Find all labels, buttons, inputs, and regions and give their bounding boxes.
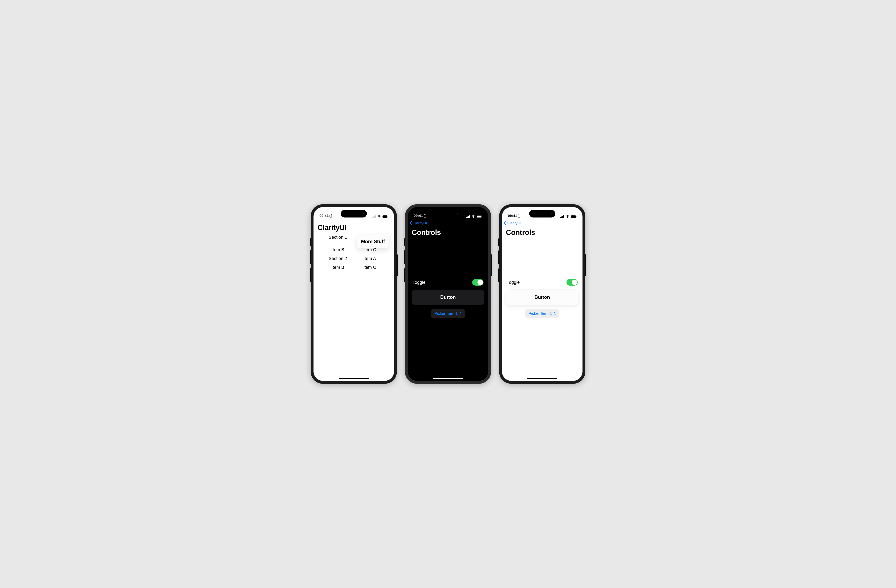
iphone-mock-3: 09:41 ClarityUI Controls Toggle B bbox=[499, 204, 585, 384]
screen-clarityui-home: 09:41 ClarityUI Section 1 Item B Item C … bbox=[314, 207, 394, 381]
status-time: 09:41 bbox=[320, 214, 329, 218]
picker-value: Picker Item 1 bbox=[434, 311, 458, 316]
svg-rect-1 bbox=[373, 216, 373, 218]
picker-menu[interactable]: Picker Item 1 bbox=[431, 309, 465, 318]
svg-rect-19 bbox=[571, 216, 576, 217]
list-item[interactable]: Item B bbox=[323, 265, 352, 270]
iphone-mock-1: 09:41 ClarityUI Section 1 Item B Item C … bbox=[311, 204, 397, 384]
primary-button[interactable]: Button bbox=[506, 290, 579, 305]
home-indicator[interactable] bbox=[527, 378, 557, 379]
svg-rect-8 bbox=[467, 216, 468, 218]
dynamic-island bbox=[435, 210, 461, 217]
list-item[interactable]: Section 2 bbox=[323, 256, 352, 261]
back-button[interactable]: ClarityUI bbox=[503, 221, 521, 225]
list-item[interactable]: Section 1 bbox=[323, 235, 352, 240]
lock-icon bbox=[424, 215, 426, 217]
toggle-switch[interactable] bbox=[472, 279, 483, 286]
svg-rect-5 bbox=[383, 216, 387, 217]
svg-rect-3 bbox=[375, 215, 375, 218]
chevron-up-down-icon bbox=[553, 312, 556, 315]
svg-rect-2 bbox=[374, 216, 375, 218]
chevron-up-down-icon bbox=[459, 312, 462, 315]
cellular-icon bbox=[372, 215, 376, 218]
iphone-mock-2: 09:41 ClarityUI Controls Toggle B bbox=[405, 204, 491, 384]
list-item[interactable]: Item B bbox=[323, 247, 352, 252]
toggle-switch[interactable] bbox=[567, 279, 578, 286]
cellular-icon bbox=[560, 215, 564, 218]
svg-rect-20 bbox=[576, 216, 576, 217]
button-label: Button bbox=[534, 295, 550, 300]
toggle-label: Toggle bbox=[507, 280, 520, 285]
svg-rect-16 bbox=[562, 216, 563, 218]
chevron-left-icon bbox=[503, 221, 506, 225]
dynamic-island bbox=[529, 210, 555, 217]
svg-rect-17 bbox=[563, 215, 564, 218]
home-indicator[interactable] bbox=[339, 378, 369, 379]
picker-menu[interactable]: Picker Item 1 bbox=[526, 309, 559, 318]
button-label: Button bbox=[440, 295, 456, 300]
home-indicator[interactable] bbox=[433, 378, 463, 379]
page-title: ClarityUI bbox=[314, 223, 394, 233]
cellular-icon bbox=[466, 215, 470, 218]
status-time: 09:41 bbox=[414, 214, 423, 218]
status-time: 09:41 bbox=[508, 214, 517, 218]
wifi-icon bbox=[566, 215, 570, 218]
svg-rect-0 bbox=[372, 217, 372, 218]
svg-rect-12 bbox=[477, 216, 481, 217]
back-label: ClarityUI bbox=[413, 221, 427, 225]
svg-rect-14 bbox=[560, 217, 561, 218]
page-title: Controls bbox=[408, 228, 488, 238]
page-title: Controls bbox=[502, 228, 582, 238]
battery-icon bbox=[571, 215, 576, 218]
wifi-icon bbox=[471, 215, 475, 218]
svg-rect-7 bbox=[466, 217, 467, 218]
svg-rect-10 bbox=[469, 215, 470, 218]
chevron-left-icon bbox=[409, 221, 412, 225]
toggle-label: Toggle bbox=[413, 280, 425, 285]
list-item[interactable]: Item C bbox=[355, 265, 384, 270]
svg-rect-9 bbox=[468, 216, 469, 218]
primary-button[interactable]: Button bbox=[412, 290, 484, 305]
screen-controls-light: 09:41 ClarityUI Controls Toggle B bbox=[502, 207, 582, 381]
svg-rect-15 bbox=[561, 216, 562, 218]
screen-controls-dark: 09:41 ClarityUI Controls Toggle B bbox=[408, 207, 488, 381]
context-menu[interactable]: More Stuff bbox=[357, 235, 389, 248]
lock-icon bbox=[329, 215, 332, 217]
svg-rect-13 bbox=[482, 216, 482, 217]
list-item[interactable]: Item A bbox=[355, 256, 384, 261]
lock-icon bbox=[518, 215, 520, 217]
battery-icon bbox=[477, 215, 482, 218]
battery-icon bbox=[382, 215, 388, 218]
back-label: ClarityUI bbox=[507, 221, 521, 225]
back-button[interactable]: ClarityUI bbox=[409, 221, 427, 225]
menu-item-label: More Stuff bbox=[361, 239, 385, 244]
svg-rect-6 bbox=[388, 216, 388, 217]
picker-value: Picker Item 1 bbox=[529, 311, 552, 316]
wifi-icon bbox=[377, 215, 381, 218]
dynamic-island bbox=[341, 210, 367, 217]
